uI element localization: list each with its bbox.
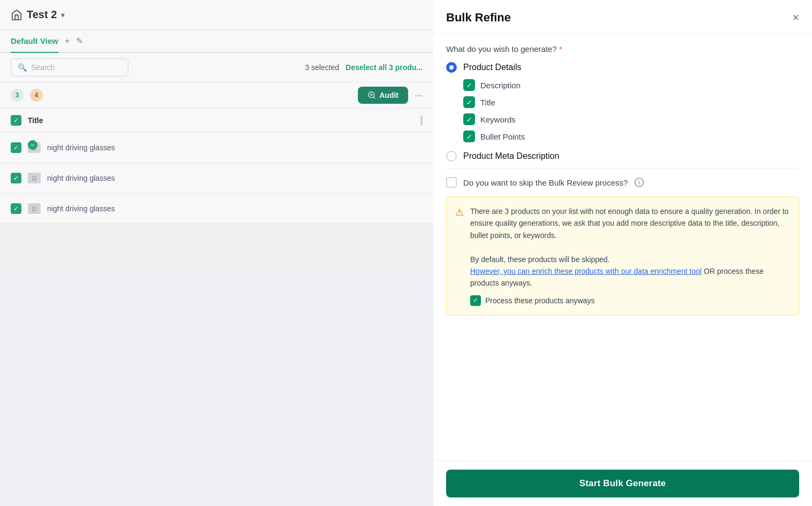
actions-row: 3 4 Audit ···: [0, 82, 433, 109]
edit-tab-button[interactable]: ✎: [76, 36, 83, 46]
title-label: Title: [480, 98, 495, 107]
product-details-label: Product Details: [463, 63, 522, 72]
product-details-checkboxes: ✓ Description ✓ Title ✓ Keywords ✓ Bulle…: [463, 79, 799, 142]
select-all-checkbox[interactable]: ✓: [11, 115, 21, 126]
top-bar: Test 2 ▾: [0, 0, 433, 30]
process-anyways-row[interactable]: ✓ Process these products anyways: [470, 295, 790, 306]
row-checkbox[interactable]: ✓: [11, 173, 21, 183]
badge-4: 4: [30, 89, 43, 102]
warning-text: There are 3 products on your list with n…: [470, 205, 790, 306]
more-options-button[interactable]: ···: [415, 90, 423, 101]
radio-inner: [449, 65, 454, 70]
audit-icon: [367, 91, 376, 99]
table-row: ✓ 🖼 night driving glasses: [0, 163, 433, 194]
home-icon: [11, 9, 22, 21]
toolbar: 🔍 Search 3 selected Deselect all 3 produ…: [0, 53, 433, 82]
process-anyways-label: Process these products anyways: [485, 295, 595, 306]
check-box-description: ✓: [463, 79, 475, 91]
modal-header: Bulk Refine ×: [433, 0, 812, 34]
process-anyways-checkbox: ✓: [470, 295, 481, 306]
skip-review-checkbox[interactable]: [446, 177, 457, 188]
bullet-points-label: Bullet Points: [480, 132, 525, 141]
bulk-refine-modal: Bulk Refine × What do you wish to genera…: [433, 0, 812, 506]
modal-footer: Start Bulk Generate: [433, 461, 812, 506]
skip-review-option[interactable]: Do you want to skip the Bulk Review proc…: [446, 177, 799, 188]
infinity-badge: ∞: [28, 140, 37, 150]
product-details-radio[interactable]: Product Details: [446, 62, 799, 73]
info-icon[interactable]: i: [634, 178, 644, 187]
tab-default-view[interactable]: Default View: [11, 30, 58, 53]
radio-unselected-indicator: [446, 151, 457, 162]
modal-title: Bulk Refine: [446, 11, 511, 25]
add-tab-button[interactable]: +: [65, 36, 70, 46]
product-title: night driving glasses: [47, 143, 115, 152]
check-box-bullet-points: ✓: [463, 131, 475, 142]
row-checkbox[interactable]: ✓: [11, 142, 21, 153]
meta-description-label: Product Meta Description: [463, 151, 560, 161]
left-panel: Test 2 ▾ Default View + ✎ 🔍 Search 3 sel…: [0, 0, 433, 506]
row-checkbox[interactable]: ✓: [11, 203, 21, 214]
selected-count: 3 selected: [305, 63, 339, 72]
check-box-keywords: ✓: [463, 113, 475, 125]
column-resize-handle[interactable]: [420, 116, 423, 125]
question-label: What do you wish to generate? *: [446, 44, 799, 53]
close-button[interactable]: ×: [792, 12, 799, 24]
keywords-label: Keywords: [480, 115, 516, 124]
warning-box: ⚠ There are 3 products on your list with…: [446, 196, 799, 316]
table-row: ✓ ∞ 🖼 night driving glasses: [0, 133, 433, 163]
required-star: *: [559, 44, 562, 53]
meta-description-radio[interactable]: Product Meta Description: [446, 151, 799, 162]
audit-button[interactable]: Audit: [358, 87, 408, 104]
title-checkbox[interactable]: ✓ Title: [463, 96, 799, 108]
bullet-points-checkbox[interactable]: ✓ Bullet Points: [463, 131, 799, 142]
modal-body: What do you wish to generate? * Product …: [433, 34, 812, 461]
column-title: Title: [28, 116, 43, 125]
enrichment-link[interactable]: However, you can enrich these products w…: [470, 267, 702, 275]
tabs-bar: Default View + ✎: [0, 30, 433, 53]
search-placeholder: Search: [31, 63, 55, 72]
product-image-icon: 🖼: [28, 173, 41, 183]
description-label: Description: [480, 81, 520, 90]
chevron-down-icon: ▾: [61, 11, 65, 19]
skip-review-label: Do you want to skip the Bulk Review proc…: [463, 178, 628, 187]
product-image-icon: 🖼: [28, 203, 41, 214]
radio-selected-indicator: [446, 62, 457, 73]
description-checkbox[interactable]: ✓ Description: [463, 79, 799, 91]
warning-icon: ⚠: [455, 206, 464, 306]
search-icon: 🔍: [18, 63, 27, 72]
store-title: Test 2: [27, 9, 57, 21]
product-title: night driving glasses: [47, 174, 115, 182]
separator: [446, 168, 799, 168]
deselect-all-button[interactable]: Deselect all 3 produ...: [346, 63, 423, 72]
check-box-title: ✓: [463, 96, 475, 108]
product-title: night driving glasses: [47, 204, 115, 213]
table-row: ✓ 🖼 night driving glasses: [0, 194, 433, 224]
keywords-checkbox[interactable]: ✓ Keywords: [463, 113, 799, 125]
search-box[interactable]: 🔍 Search: [11, 58, 128, 76]
start-bulk-generate-button[interactable]: Start Bulk Generate: [446, 470, 799, 497]
table-header: ✓ Title: [0, 109, 433, 133]
store-selector[interactable]: Test 2 ▾: [11, 9, 65, 21]
badge-3: 3: [11, 89, 24, 102]
